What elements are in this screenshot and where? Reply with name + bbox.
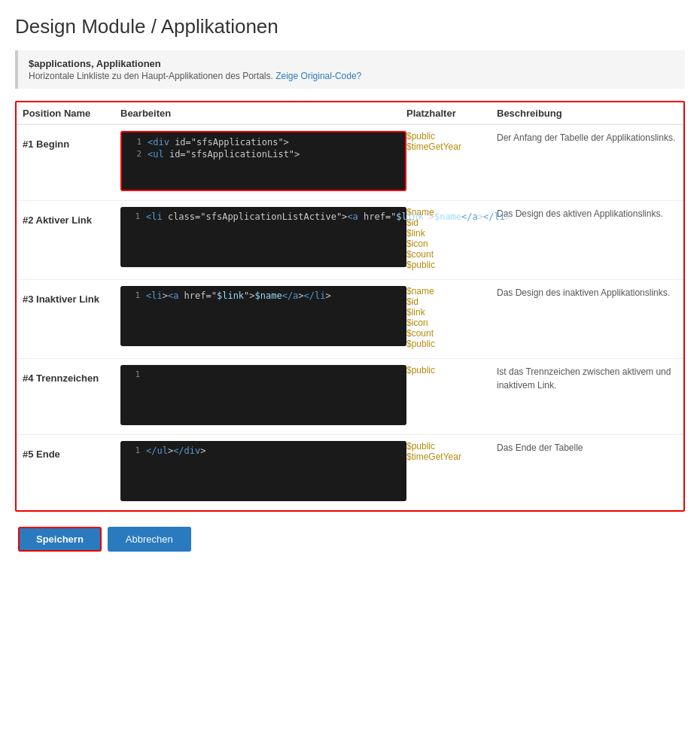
col-header-placeholder: Platzhalter [406, 108, 497, 119]
placeholder-item: $timeGetYear [406, 141, 497, 152]
code-editor[interactable]: 1 [120, 365, 406, 425]
pos-name-cell: #4 Trennzeichen [23, 365, 120, 425]
code-editor[interactable]: 1<li class="sfsApplicationListActive"><a… [120, 207, 406, 267]
line-number: 1 [128, 137, 142, 147]
placeholder-item: $timeGetYear [406, 452, 497, 462]
line-number: 1 [126, 369, 140, 379]
edit-cell[interactable]: 1<li class="sfsApplicationListActive"><a… [120, 207, 406, 270]
placeholder-cell: $public$timeGetYear [406, 441, 497, 501]
pos-name-cell: #2 Aktiver Link [23, 207, 120, 270]
col-header-edit: Bearbeiten [120, 108, 406, 119]
table-row: #4 Trennzeichen1$publicIst das Trennzeic… [17, 359, 683, 435]
info-box: $applications, Applikationen Horizontale… [15, 50, 685, 89]
line-number: 1 [126, 445, 140, 455]
code-text: <li class="sfsApplicationListActive"><a … [146, 211, 510, 222]
code-text: </ul></div> [146, 445, 206, 456]
placeholder-cell: $public$timeGetYear [406, 131, 497, 191]
placeholder-item: $public [406, 441, 497, 452]
placeholder-item: $count [406, 249, 497, 260]
pos-name-cell: #5 Ende [23, 441, 120, 501]
table-rows-container: #1 Beginn1<div id="sfsApplications">2<ul… [17, 125, 683, 510]
line-number: 2 [128, 149, 142, 159]
placeholder-cell: $public [406, 365, 497, 425]
edit-cell[interactable]: 1 [120, 365, 406, 425]
placeholder-item: $public [406, 365, 497, 376]
code-text: <ul id="sfsApplicationList"> [148, 149, 300, 160]
placeholder-item: $icon [406, 239, 497, 249]
edit-cell[interactable]: 1</ul></div> [120, 441, 406, 501]
placeholder-item: $public [406, 131, 497, 141]
save-button[interactable]: Speichern [18, 527, 102, 552]
code-editor[interactable]: 1<li><a href="$link">$name</a></li> [120, 286, 406, 346]
col-header-posname: Position Name [23, 108, 120, 119]
code-line: 1<li class="sfsApplicationListActive"><a… [126, 211, 400, 222]
code-line: 2<ul id="sfsApplicationList"> [128, 149, 399, 160]
table-row: #5 Ende1</ul></div>$public$timeGetYearDa… [17, 435, 683, 510]
pos-name-cell: #1 Beginn [23, 131, 120, 191]
edit-cell[interactable]: 1<div id="sfsApplications">2<ul id="sfsA… [120, 131, 406, 191]
code-line: 1<li><a href="$link">$name</a></li> [126, 290, 400, 301]
placeholder-item: $icon [406, 318, 497, 328]
col-header-desc: Beschreibung [497, 108, 677, 119]
placeholder-item: $id [406, 296, 497, 307]
code-text: <li><a href="$link">$name</a></li> [146, 290, 331, 301]
cancel-button[interactable]: Abbrechen [108, 527, 191, 552]
code-line: 1</ul></div> [126, 445, 400, 456]
desc-cell: Ist das Trennzeichen zwischen aktivem un… [497, 365, 677, 425]
page-title: Design Module / Applikationen [15, 15, 685, 38]
placeholder-cell: $name$id$link$icon$count$public [406, 286, 497, 349]
buttons-row: Speichern Abbrechen [15, 527, 685, 552]
desc-cell: Der Anfang der Tabelle der Applikationsl… [497, 131, 677, 191]
placeholder-item: $public [406, 339, 497, 349]
code-editor[interactable]: 1</ul></div> [120, 441, 406, 501]
placeholder-item: $link [406, 307, 497, 318]
placeholder-item: $count [406, 328, 497, 339]
code-line: 1 [126, 369, 400, 379]
desc-cell: Das Design des aktiven Applikationslinks… [497, 207, 677, 270]
desc-cell: Das Ende der Tabelle [497, 441, 677, 501]
line-number: 1 [126, 211, 140, 221]
edit-cell[interactable]: 1<li><a href="$link">$name</a></li> [120, 286, 406, 349]
placeholder-item: $name [406, 286, 497, 296]
table-row: #1 Beginn1<div id="sfsApplications">2<ul… [17, 125, 683, 201]
code-editor[interactable]: 1<div id="sfsApplications">2<ul id="sfsA… [120, 131, 406, 191]
code-text: <div id="sfsApplications"> [148, 137, 289, 147]
table-row: #3 Inaktiver Link1<li><a href="$link">$n… [17, 280, 683, 359]
placeholder-item: $link [406, 228, 497, 239]
table-header: Position Name Bearbeiten Platzhalter Bes… [17, 102, 683, 125]
original-code-link[interactable]: Zeige Original-Code? [275, 71, 361, 81]
code-line: 1<div id="sfsApplications"> [128, 137, 399, 147]
info-subtitle: Horizontale Linkliste zu den Haupt-Appli… [29, 71, 674, 81]
pos-name-cell: #3 Inaktiver Link [23, 286, 120, 349]
table-row: #2 Aktiver Link1<li class="sfsApplicatio… [17, 201, 683, 280]
info-var-title: $applications, Applikationen [29, 58, 674, 69]
desc-cell: Das Design des inaktiven Applikationslin… [497, 286, 677, 349]
main-table-wrapper: Position Name Bearbeiten Platzhalter Bes… [15, 101, 685, 512]
line-number: 1 [126, 290, 140, 300]
placeholder-item: $public [406, 260, 497, 270]
